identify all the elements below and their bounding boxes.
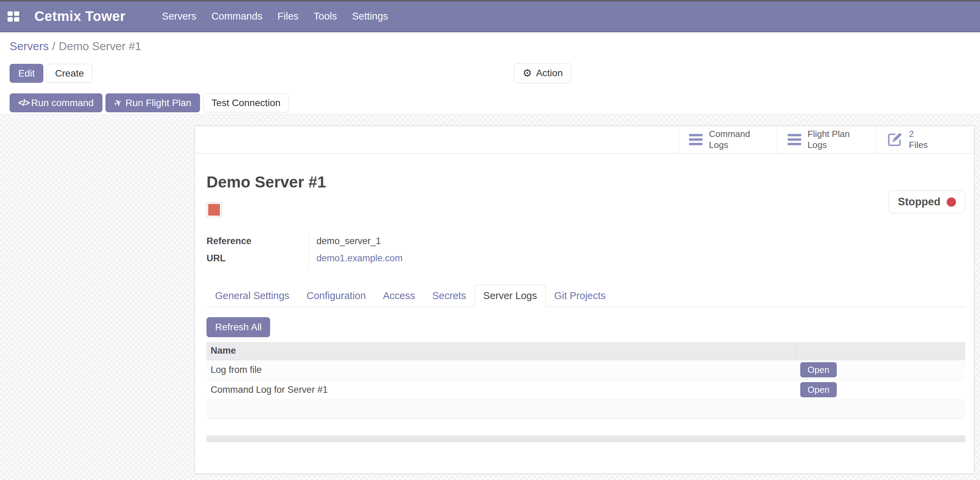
files-label: 2 Files (909, 129, 928, 150)
server-action-buttons-row: </> Run command ✈ Run Flight Plan Test C… (10, 93, 289, 112)
brand-title[interactable]: Cetmix Tower (34, 9, 126, 24)
breadcrumb: Servers/Demo Server #1 (10, 40, 141, 53)
log-name-cell[interactable]: Command Log for Server #1 (207, 380, 796, 400)
menu-servers[interactable]: Servers (162, 11, 196, 22)
url-field-value[interactable]: demo1.example.com (309, 250, 570, 267)
refresh-all-button[interactable]: Refresh All (207, 317, 270, 337)
menu-settings[interactable]: Settings (352, 11, 388, 22)
top-navbar: Cetmix Tower Servers Commands Files Tool… (0, 2, 980, 32)
breadcrumb-current: Demo Server #1 (59, 40, 141, 52)
server-title: Demo Server #1 (207, 173, 965, 191)
action-button[interactable]: ⚙ Action (514, 63, 571, 83)
url-field-label: URL (207, 250, 309, 267)
column-header-name[interactable]: Name (207, 342, 796, 360)
tab-git-projects[interactable]: Git Projects (546, 285, 614, 307)
field-group: Reference demo_server_1 URL demo1.exampl… (207, 233, 965, 267)
server-logs-table: Name Log from file Open Command Log for … (207, 342, 965, 419)
stat-button-box: Command Logs Flight Plan Logs 2 Files (195, 126, 974, 154)
flight-plan-logs-button[interactable]: Flight Plan Logs (777, 126, 875, 153)
run-command-label: Run command (31, 98, 94, 108)
control-panel: Servers/Demo Server #1 Edit Create ⚙ Act… (0, 32, 980, 114)
main-menu: Servers Commands Files Tools Settings (162, 11, 388, 22)
edit-button[interactable]: Edit (10, 64, 43, 83)
server-logs-tab-content: Refresh All Name Log from file Open Comm… (207, 307, 965, 442)
breadcrumb-separator: / (52, 40, 55, 52)
tab-configuration[interactable]: Configuration (298, 285, 375, 307)
table-empty-row (207, 400, 965, 418)
tab-general-settings[interactable]: General Settings (207, 285, 298, 307)
log-name-cell[interactable]: Log from file (207, 360, 796, 380)
open-log-button[interactable]: Open (800, 362, 837, 377)
color-swatch (207, 202, 222, 217)
command-logs-button[interactable]: Command Logs (678, 126, 777, 153)
action-button-label: Action (536, 68, 563, 79)
table-row[interactable]: Log from file Open (207, 360, 965, 380)
open-log-button[interactable]: Open (800, 382, 837, 397)
form-sheet: Demo Server #1 Stopped Reference demo_se… (195, 173, 974, 442)
run-command-button[interactable]: </> Run command (10, 93, 102, 112)
apps-grid-icon[interactable] (8, 11, 19, 22)
pencil-square-icon (886, 131, 903, 148)
status-badge: Stopped (889, 190, 965, 213)
breadcrumb-servers-link[interactable]: Servers (10, 40, 49, 52)
create-button[interactable]: Create (46, 64, 92, 83)
menu-files[interactable]: Files (278, 11, 299, 22)
code-icon: </> (18, 98, 29, 108)
list-icon (689, 134, 703, 145)
reference-field-label: Reference (207, 233, 309, 250)
tab-secrets[interactable]: Secrets (424, 285, 474, 307)
command-logs-label: Command Logs (709, 129, 750, 150)
column-header-action (796, 342, 965, 360)
tab-access[interactable]: Access (375, 285, 424, 307)
files-button[interactable]: 2 Files (875, 126, 974, 153)
test-connection-button[interactable]: Test Connection (203, 93, 290, 112)
server-form-card: Command Logs Flight Plan Logs 2 Files (194, 126, 975, 474)
sheet-footer-bar (207, 436, 965, 442)
reference-field-value: demo_server_1 (309, 233, 570, 250)
menu-tools[interactable]: Tools (314, 11, 337, 22)
menu-commands[interactable]: Commands (211, 11, 262, 22)
tab-server-logs[interactable]: Server Logs (474, 285, 545, 307)
flight-plan-logs-label: Flight Plan Logs (808, 129, 850, 150)
plane-icon: ✈ (112, 96, 124, 109)
run-flight-plan-label: Run Flight Plan (126, 98, 191, 108)
run-flight-plan-button[interactable]: ✈ Run Flight Plan (105, 93, 200, 112)
list-icon (788, 134, 801, 145)
notebook-tabs: General Settings Configuration Access Se… (207, 285, 965, 307)
status-label: Stopped (898, 196, 940, 208)
status-stopped-dot-icon (947, 197, 956, 207)
gear-icon: ⚙ (523, 68, 532, 78)
record-buttons-row: Edit Create (10, 64, 92, 83)
table-row[interactable]: Command Log for Server #1 Open (207, 380, 965, 400)
